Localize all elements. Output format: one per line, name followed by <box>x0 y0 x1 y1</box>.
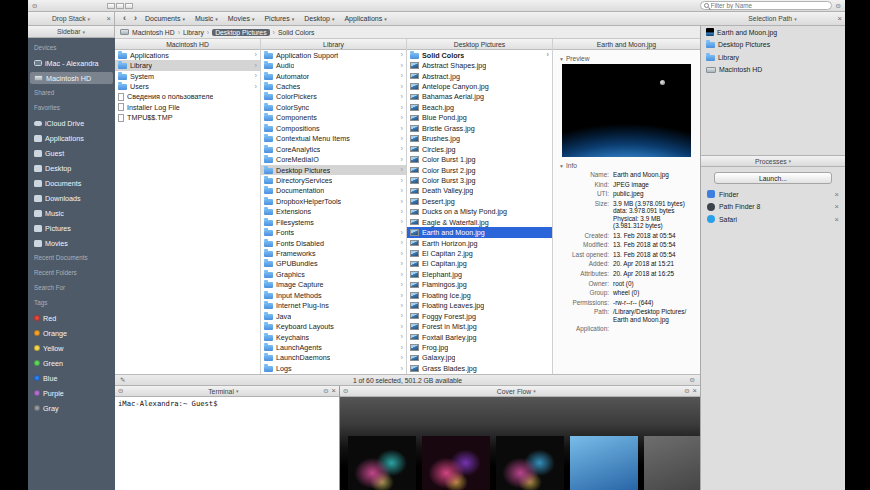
file-row-compositions[interactable]: Compositions› <box>261 123 406 133</box>
file-row-extensions[interactable]: Extensions› <box>261 207 406 217</box>
file-row-audio[interactable]: Audio› <box>261 60 406 70</box>
close-icon[interactable]: × <box>838 15 842 23</box>
sidebar-item-pictures[interactable]: Pictures <box>30 222 113 234</box>
toolbar-menu-pictures[interactable]: Pictures▾ <box>264 15 294 22</box>
close-icon[interactable]: × <box>835 191 839 199</box>
selection-path-item-desktop-pictures[interactable]: Desktop Pictures <box>701 39 845 52</box>
process-path-finder-8[interactable]: Path Finder 8× <box>701 201 845 214</box>
file-row-flamingos-jpg[interactable]: Flamingos.jpg <box>407 280 552 290</box>
close-icon[interactable]: × <box>835 203 839 211</box>
sidebar-item-yellow[interactable]: Yellow <box>30 342 113 354</box>
view-mode-icon[interactable] <box>125 3 133 9</box>
file-row-logs[interactable]: Logs› <box>261 363 406 373</box>
forward-button[interactable]: › <box>134 14 137 23</box>
sidebar-item-movies[interactable]: Movies <box>30 237 113 249</box>
preview-section-toggle[interactable]: ▼ Preview <box>559 55 694 62</box>
sidebar-item-icloud-drive[interactable]: iCloud Drive <box>30 117 113 129</box>
status-action-icon[interactable]: ⊙ <box>690 376 695 384</box>
sidebar-item-orange[interactable]: Orange <box>30 327 113 339</box>
file-row-library[interactable]: Library› <box>115 60 260 70</box>
column-list[interactable]: Solid Colors›Abstract Shapes.jpgAbstract… <box>407 50 552 374</box>
file-row-launchagents[interactable]: LaunchAgents› <box>261 342 406 352</box>
file-row-documentation[interactable]: Documentation› <box>261 186 406 196</box>
file-row-directoryservices[interactable]: DirectoryServices› <box>261 175 406 185</box>
file-row-eagle-waterfall-jpg[interactable]: Eagle & Waterfall.jpg <box>407 217 552 227</box>
file-row-frog-jpg[interactable]: Frog.jpg <box>407 342 552 352</box>
launch-button[interactable]: Launch... <box>714 172 832 184</box>
info-section-toggle[interactable]: ▼ Info <box>559 162 694 169</box>
sidebar-item-blue[interactable]: Blue <box>30 372 113 384</box>
breadcrumb-item-library[interactable]: Library <box>183 29 204 36</box>
file-row-image-capture[interactable]: Image Capture› <box>261 280 406 290</box>
column-list[interactable]: Applications›Library›System›Users›Сведен… <box>115 50 260 374</box>
file-row-keyboard-layouts[interactable]: Keyboard Layouts› <box>261 321 406 331</box>
sidebar-item-purple[interactable]: Purple <box>30 387 113 399</box>
coverflow-thumb-blue-water[interactable] <box>570 436 638 490</box>
breadcrumb-item-solid-colors[interactable]: Solid Colors <box>278 29 315 36</box>
file-row-automator[interactable]: Automator› <box>261 71 406 81</box>
sidebar-item-macintosh-hd[interactable]: Macintosh HD <box>30 72 113 84</box>
file-row-caches[interactable]: Caches› <box>261 81 406 91</box>
file-row-desert-jpg[interactable]: Desert.jpg <box>407 196 552 206</box>
processes-header[interactable]: Processes ▾ <box>701 155 845 167</box>
view-mode-segment[interactable] <box>107 3 133 9</box>
terminal-body[interactable]: iMac-Alexandra:~ Guest$ <box>115 397 339 490</box>
window-action-icon[interactable]: ⊙ <box>32 2 37 10</box>
file-row-earth-horizon-jpg[interactable]: Earth Horizon.jpg <box>407 238 552 248</box>
file-row-bristle-grass-jpg[interactable]: Bristle Grass.jpg <box>407 123 552 133</box>
view-mode-icon[interactable] <box>116 3 124 9</box>
selection-path-item-macintosh-hd[interactable]: Macintosh HD <box>701 64 845 77</box>
selection-path-item-earth-and-moon-jpg[interactable]: Earth and Moon.jpg <box>701 26 845 39</box>
filter-field[interactable] <box>700 1 832 10</box>
file-row-gpubundles[interactable]: GPUBundles› <box>261 259 406 269</box>
file-row-forest-in-mist-jpg[interactable]: Forest in Mist.jpg <box>407 321 552 331</box>
coverflow-header[interactable]: ⊙ Cover Flow ▾ ⊙ × <box>340 386 700 397</box>
file-row-abstract-jpg[interactable]: Abstract.jpg <box>407 71 552 81</box>
toolbar-menu-desktop[interactable]: Desktop▾ <box>304 15 334 22</box>
sidebar-item-documents[interactable]: Documents <box>30 177 113 189</box>
selection-path-header[interactable]: Selection Path ▾ × <box>700 12 845 26</box>
file-row-fonts-disabled[interactable]: Fonts Disabled› <box>261 238 406 248</box>
edit-status-icon[interactable]: ✎ <box>120 376 125 384</box>
file-row-galaxy-jpg[interactable]: Galaxy.jpg <box>407 353 552 363</box>
toolbar-menu-applications[interactable]: Applications▾ <box>344 15 386 22</box>
toolbar-menu-movies[interactable]: Movies▾ <box>228 15 255 22</box>
sidebar-item-applications[interactable]: Applications <box>30 132 113 144</box>
file-row-floating-ice-jpg[interactable]: Floating Ice.jpg <box>407 290 552 300</box>
file-row-circles-jpg[interactable]: Circles.jpg <box>407 144 552 154</box>
file-row-ducks-on-a-misty-pond-jpg[interactable]: Ducks on a Misty Pond.jpg <box>407 207 552 217</box>
file-row-tmpu-tmp[interactable]: TMPU$$.TMP <box>115 113 260 123</box>
terminal-header[interactable]: ⊙ Terminal ▾ ⊙ × <box>115 386 339 397</box>
file-row-earth-and-moon-jpg[interactable]: Earth and Moon.jpg <box>407 227 552 237</box>
file-row-grass-blades-jpg[interactable]: Grass Blades.jpg <box>407 363 552 373</box>
file-row-death-valley-jpg[interactable]: Death Valley.jpg <box>407 186 552 196</box>
toolbar-menu-documents[interactable]: Documents▾ <box>145 15 185 22</box>
coverflow-thumb-gray-texture[interactable] <box>644 436 700 490</box>
close-icon[interactable]: × <box>332 387 336 395</box>
file-row-colorpickers[interactable]: ColorPickers› <box>261 92 406 102</box>
panel-action-icon[interactable]: ⊙ <box>118 387 123 395</box>
column-list[interactable]: Application Support›Audio›Automator›Cach… <box>261 50 406 374</box>
breadcrumb-item-desktop-pictures[interactable]: Desktop Pictures <box>212 29 269 36</box>
file-row-antelope-canyon-jpg[interactable]: Antelope Canyon.jpg <box>407 81 552 91</box>
close-icon[interactable]: × <box>835 216 839 224</box>
file-row-application-support[interactable]: Application Support› <box>261 50 406 60</box>
breadcrumb-item-macintosh-hd[interactable]: Macintosh HD <box>132 29 175 36</box>
file-row-java[interactable]: Java› <box>261 311 406 321</box>
file-row-floating-leaves-jpg[interactable]: Floating Leaves.jpg <box>407 301 552 311</box>
file-row-filesystems[interactable]: Filesystems› <box>261 217 406 227</box>
file-row-сведения-о-пользователе[interactable]: Сведения о пользователе <box>115 92 260 102</box>
sidebar-item-imac-alexandra[interactable]: iMac - Alexandra <box>30 57 113 69</box>
sidebar-item-guest[interactable]: Guest <box>30 147 113 159</box>
coverflow-thumb-burst-multicolor[interactable] <box>496 436 564 490</box>
file-row-blue-pond-jpg[interactable]: Blue Pond.jpg <box>407 113 552 123</box>
file-row-color-burst-3-jpg[interactable]: Color Burst 3.jpg <box>407 175 552 185</box>
file-row-elephant-jpg[interactable]: Elephant.jpg <box>407 269 552 279</box>
toolbar-menu-music[interactable]: Music▾ <box>195 15 218 22</box>
sidebar-header[interactable]: Sidebar ▾ <box>28 26 115 38</box>
file-row-color-burst-2-jpg[interactable]: Color Burst 2.jpg <box>407 165 552 175</box>
back-button[interactable]: ‹ <box>123 14 126 23</box>
file-row-keychains[interactable]: Keychains› <box>261 332 406 342</box>
close-icon[interactable]: × <box>693 387 697 395</box>
sidebar-item-gray[interactable]: Gray <box>30 402 113 414</box>
